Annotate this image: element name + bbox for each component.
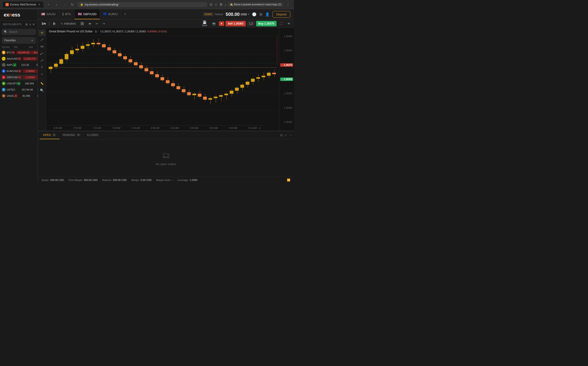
template-button[interactable] [79,21,86,26]
user-icon[interactable]: 👤 [265,12,270,16]
goto-present-button[interactable]: ⊙ [256,125,263,131]
undo-button[interactable]: ↩ [94,21,100,26]
crosshair-tool[interactable]: ✛ [39,30,46,36]
tab-label: GBP/USD [83,12,97,16]
time-label: 9:15 AM [248,127,257,129]
drawing-toolbar: ✛ [38,28,46,131]
reload-button[interactable]: ↻ [69,1,76,8]
closed-orders-tab[interactable]: CLOSED [84,131,102,139]
bookmark-icon[interactable]: ☆ [214,2,217,7]
margin-value: 0.00 USD [141,179,151,181]
screenshot-button[interactable]: 📷 [210,21,217,26]
coin-icon: ₿ [2,51,6,54]
save-button[interactable]: 💾 Save [200,20,209,27]
grid-view-icon[interactable]: ⊞ [25,23,28,26]
svg-rect-35 [75,49,79,50]
svg-rect-81 [198,94,201,97]
instrument-row-BTC[interactable]: ₿ BTC ▼ 60,849.85 60,886.1 [0,50,38,56]
timeframe-button[interactable]: 1m [40,21,48,26]
orders-expand-icon[interactable]: ⤢ [284,133,287,137]
svg-rect-51 [118,53,121,56]
close-sidebar-icon[interactable]: ✕ [32,23,35,26]
indicators-button[interactable]: ∿ Indicators [59,21,78,26]
account-dropdown-arrow[interactable]: ▾ [248,13,249,16]
symbol-tab-XAU/U[interactable]: 🇺🇸XAU/U [38,9,59,19]
instrument-row-AAPL[interactable]: AAPL ▲ 213.25 213.34 [0,62,38,68]
back-button[interactable]: ‹ [54,1,60,8]
address-bar[interactable]: 🔒 my.exness.com/webtrading/ [77,2,208,7]
instrument-row-USTEC[interactable]: T USTEC - 19,744.40 19,750.3 [0,87,38,93]
chart-symbol-name: Great Britain Pound vs US Dollar · 1 · [49,30,98,33]
clock-icon[interactable]: 🕐 [252,12,257,16]
pending-orders-label: PENDING [63,133,75,137]
redo-button[interactable]: ↪ [101,21,107,26]
list-view-icon[interactable]: ≡ [29,23,31,26]
instrument-row-EUR/USD[interactable]: € EUR/USD ▼ 1.06891 1.06901 [0,68,38,74]
buy-button[interactable]: Buy 1.26375 [256,21,277,26]
open-orders-label: OPEN [43,133,51,137]
svg-rect-73 [176,86,180,89]
chart-container[interactable]: Great Britain Pound vs US Dollar · 1 · O… [46,28,279,131]
time-label: 8:30 AM [190,127,199,129]
add-symbol-tab[interactable]: + [121,12,129,17]
extensions-icon[interactable]: ⚙ [219,2,222,7]
symbol-tab-EUR/U[interactable]: 🇪🇺EUR/U [100,9,121,19]
demo-account-area: DEMO Default [203,12,223,16]
margin-level-value: – [171,179,173,181]
download-icon[interactable]: ↓ [224,2,226,7]
instruments-label: INSTRUMENTS [3,23,22,26]
price-down-indicator[interactable]: ▼ [219,21,224,26]
channel-tool[interactable] [39,57,46,63]
symbol-tab-BTC[interactable]: ₿BTC [59,9,75,19]
svg-rect-87 [214,97,217,98]
closed-orders-label: CLOSED [87,133,98,137]
deposit-button[interactable]: Deposit [272,11,290,18]
fullscreen-button[interactable]: ⛶ [278,21,284,26]
text-tool[interactable]: T [39,64,46,70]
trend-line-tool[interactable] [39,37,46,43]
instrument-row-USD/JPY[interactable]: ¥ USD/JPY ▲ 160.559 160.570 [0,81,38,87]
price-chart[interactable] [46,28,279,116]
horizontal-line-tool[interactable] [39,43,46,50]
svg-rect-1 [55,23,55,24]
favorites-dropdown[interactable]: Favorites ▼ [2,37,36,44]
svg-line-15 [41,59,43,61]
cast-icon[interactable]: ⊙ [209,2,213,7]
price-level-126375: 1.26375 [280,63,293,67]
chart-type-button[interactable] [50,21,58,26]
ruler-tool[interactable]: 📏 [39,80,46,87]
zoom-tool[interactable]: 🔍 [39,87,46,94]
svg-rect-99 [246,82,249,85]
pending-orders-tab[interactable]: PENDING 0 [59,131,84,139]
symbol-tabs: 🇺🇸XAU/U₿BTC🇬🇧GBP/USD🇪🇺EUR/U+ [38,9,129,19]
free-margin-value: 500.00 USD [84,179,98,181]
search-input[interactable] [9,30,34,33]
emoji-tool[interactable]: ☺ [39,71,46,77]
coin-icon: £ [2,76,6,79]
new-tab-button[interactable]: + [45,2,52,8]
search-box[interactable]: 🔍 [2,29,36,35]
more-options-button[interactable]: ⋮ [285,1,291,8]
rewind-button[interactable]: ⏮ [87,21,93,26]
open-orders-tab[interactable]: OPEN 0 [40,131,59,139]
svg-rect-75 [182,89,185,92]
leverage-item: Leverage: 1:2000 [178,179,198,181]
browser-tab[interactable]: e Exness WebTerminal ✕ [3,2,43,8]
svg-rect-77 [187,92,191,95]
eye-button[interactable]: 👁 [286,21,292,26]
instrument-row-GBP/USD[interactable]: £ GBP/USD ▼ 1.26363 1.26375 [0,74,38,81]
sell-button[interactable]: Sell 1.26363 [226,21,246,26]
time-label: 8:15 AM [170,127,179,129]
svg-rect-101 [251,79,255,82]
orders-copy-icon[interactable]: ⧉ [280,133,283,137]
account-balance[interactable]: 500.00 USD ▾ [226,12,249,17]
symbol-tab-GBP/USD[interactable]: 🇬🇧GBP/USD [75,9,100,19]
instrument-row-USOIL[interactable]: O USOIL ▼ 81.095 81.114 [0,93,38,99]
balance-currency: USD [240,13,247,16]
fibonacci-tool[interactable] [39,50,46,57]
close-tab-button[interactable]: ✕ [37,3,41,6]
instrument-row-XAU/USD[interactable]: Au XAU/USD ▼ 2,310.271 2,310.47 [0,56,38,62]
forward-button[interactable]: › [61,1,68,8]
orders-more-icon[interactable]: ⋯ [289,133,292,137]
apps-icon[interactable]: ⊞ [259,12,262,16]
